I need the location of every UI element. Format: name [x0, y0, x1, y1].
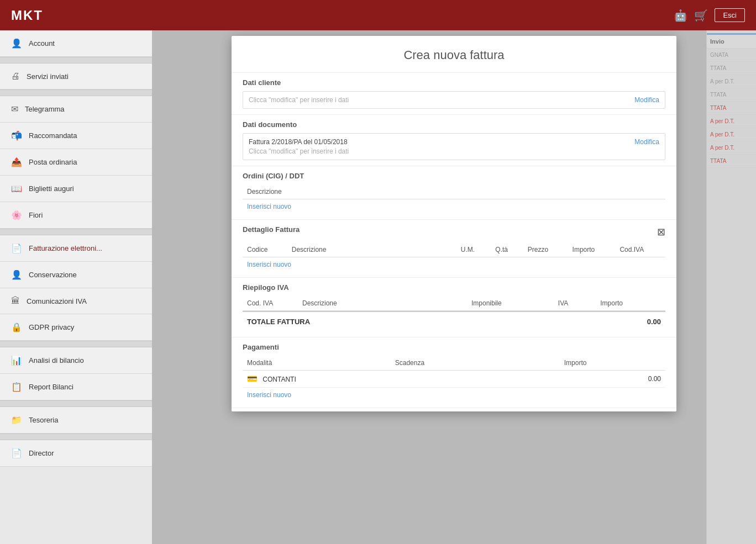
riepilogo-col-importo: Importo: [596, 296, 665, 311]
dettaglio-header-row: Codice Descrizione U.M. Q.tà Prezzo Impo…: [243, 242, 665, 257]
dati-documento-field: Fattura 2/2018/PA del 01/05/2018 Clicca …: [243, 133, 665, 160]
ordini-header-row: Descrizione: [243, 184, 665, 199]
create-invoice-modal: Crea nuova fattura Dati cliente Clicca "…: [232, 36, 676, 411]
pag-modalita-value: CONTANTI: [262, 376, 296, 383]
dati-cliente-section: Dati cliente Clicca "modifica" per inser…: [232, 73, 676, 115]
riepilogo-header-row: Cod. IVA Descrizione Imponibile IVA Impo…: [243, 296, 665, 311]
sidebar-item-fiori[interactable]: 🌸 Fiori: [0, 202, 152, 229]
fatturazione-icon: 📄: [11, 243, 22, 253]
sidebar-divider-5: [0, 400, 152, 407]
sidebar-item-telegramma[interactable]: ✉ Telegramma: [0, 96, 152, 123]
documenti-section: Documenti Allegati Nome del documento In…: [232, 408, 676, 411]
ordini-insert-new[interactable]: Inserisci nuovo: [243, 199, 665, 214]
pag-col-modalita: Modalità: [243, 356, 391, 371]
totale-value: 0.00: [617, 318, 661, 326]
comunicazioni-icon: 🏛: [11, 296, 20, 306]
main-content: Invio GNATA TTATA A per D.T. TTATA TTATA…: [152, 30, 756, 544]
servizi-icon: 🖨: [11, 71, 20, 81]
dettaglio-title: Dettaglio Fattura: [243, 225, 300, 234]
col-codice: Codice: [243, 242, 287, 257]
dati-documento-modifica[interactable]: Modifica: [634, 138, 659, 155]
sidebar-item-raccomandata[interactable]: 📬 Raccomandata: [0, 123, 152, 149]
sidebar-item-label: Director: [29, 449, 54, 457]
sidebar-divider-4: [0, 341, 152, 347]
ordini-section: Ordini (CIG) / DDT Descrizione Inserisci…: [232, 166, 676, 220]
pagamenti-thead: Modalità Scadenza Importo: [243, 356, 665, 371]
cart-icon[interactable]: 🛒: [694, 9, 708, 22]
riepilogo-col-codiva: Cod. IVA: [243, 296, 298, 311]
payment-icon: 💳: [247, 374, 258, 383]
dati-documento-title: Dati documento: [243, 120, 665, 129]
sidebar-item-biglietti-auguri[interactable]: 📖 Biglietti auguri: [0, 176, 152, 202]
sidebar-item-label: Comunicazioni IVA: [27, 297, 87, 305]
sidebar-item-label: Telegramma: [25, 105, 65, 113]
pagamenti-insert-new[interactable]: Inserisci nuovo: [243, 388, 665, 402]
sidebar-item-label: Conservazione: [29, 271, 77, 279]
dati-cliente-modifica[interactable]: Modifica: [634, 96, 659, 104]
dettaglio-insert-new[interactable]: Inserisci nuovo: [243, 257, 665, 272]
pagamenti-table: Modalità Scadenza Importo 💳 CONTANTI: [243, 356, 665, 388]
sidebar-item-gdpr-privacy[interactable]: 🔒 GDPR privacy: [0, 314, 152, 341]
sidebar: 👤 Account 🖨 Servizi inviati ✉ Telegramma…: [0, 30, 152, 544]
conservazione-icon: 👤: [11, 270, 22, 280]
riepilogo-col-imponibile: Imponibile: [467, 296, 554, 311]
export-icon[interactable]: ⊠: [657, 226, 665, 238]
fiori-icon: 🌸: [11, 210, 22, 220]
pagamento-row-0: 💳 CONTANTI 0.00: [243, 371, 665, 388]
riepilogo-section: Riepilogo IVA Cod. IVA Descrizione Impon…: [232, 278, 676, 337]
dati-cliente-title: Dati cliente: [243, 78, 665, 87]
sidebar-item-analisi-di-bilancio[interactable]: 📊 Analisi di bilancio: [0, 347, 152, 374]
chat-icon[interactable]: 🤖: [674, 9, 687, 22]
col-importo: Importo: [568, 242, 616, 257]
sidebar-item-posta-ordinaria[interactable]: 📤 Posta ordinaria: [0, 149, 152, 176]
sidebar-item-account[interactable]: 👤 Account: [0, 30, 152, 57]
totale-label: TOTALE FATTURA: [247, 318, 617, 326]
sidebar-item-comunicazioni-iva[interactable]: 🏛 Comunicazioni IVA: [0, 288, 152, 314]
exit-button[interactable]: Esci: [715, 8, 745, 22]
dati-documento-line1: Fattura 2/2018/PA del 01/05/2018: [249, 138, 349, 146]
sidebar-item-conservazione[interactable]: 👤 Conservazione: [0, 262, 152, 288]
biglietti-icon: 📖: [11, 183, 22, 194]
sidebar-item-tesoreria[interactable]: 📁 Tesoreria: [0, 407, 152, 434]
sidebar-item-label: Biglietti auguri: [29, 184, 74, 193]
totale-row: TOTALE FATTURA 0.00: [243, 311, 665, 331]
analisi-icon: 📊: [11, 355, 22, 366]
pag-col-scadenza: Scadenza: [391, 356, 560, 371]
sidebar-item-label: Tesoreria: [29, 416, 58, 424]
riepilogo-table: Cod. IVA Descrizione Imponibile IVA Impo…: [243, 296, 665, 311]
sidebar-item-label: Servizi inviati: [27, 72, 69, 81]
riepilogo-thead: Cod. IVA Descrizione Imponibile IVA Impo…: [243, 296, 665, 311]
sidebar-item-fatturazione-elettronica[interactable]: 📄 Fatturazione elettroni...: [0, 235, 152, 262]
tesoreria-icon: 📁: [11, 415, 22, 425]
account-icon: 👤: [11, 38, 22, 49]
pagamenti-header-row: Modalità Scadenza Importo: [243, 356, 665, 371]
sidebar-item-label: Posta ordinaria: [29, 158, 77, 166]
dati-cliente-field: Clicca "modifica" per inserire i dati Mo…: [243, 91, 665, 109]
col-prezzo: Prezzo: [523, 242, 568, 257]
ordini-title: Ordini (CIG) / DDT: [243, 172, 665, 180]
gdpr-icon: 🔒: [11, 322, 22, 332]
dati-documento-texts: Fattura 2/2018/PA del 01/05/2018 Clicca …: [249, 138, 349, 155]
pag-col-importo: Importo: [560, 356, 665, 371]
sidebar-divider-3: [0, 229, 152, 235]
sidebar-item-report-bilanci[interactable]: 📋 Report Bilanci: [0, 374, 152, 400]
pagamenti-section: Pagamenti Modalità Scadenza Importo: [232, 337, 676, 408]
posta-icon: 📤: [11, 157, 22, 167]
col-um: U.M.: [456, 242, 491, 257]
dati-cliente-placeholder: Clicca "modifica" per inserire i dati: [249, 96, 349, 104]
sidebar-divider-2: [0, 89, 152, 96]
sidebar-item-label: Report Bilanci: [29, 383, 74, 391]
report-icon: 📋: [11, 382, 22, 392]
dati-documento-line2: Clicca "modifica" per inserire i dati: [249, 147, 349, 155]
ordini-col-descrizione: Descrizione: [243, 184, 665, 199]
ordini-table: Descrizione: [243, 184, 665, 199]
sidebar-item-director[interactable]: 📄 Director: [0, 440, 152, 467]
sidebar-item-servizi-inviati[interactable]: 🖨 Servizi inviati: [0, 64, 152, 89]
sidebar-item-label: Fatturazione elettroni...: [29, 244, 102, 252]
dettaglio-thead: Codice Descrizione U.M. Q.tà Prezzo Impo…: [243, 242, 665, 257]
pagamenti-title: Pagamenti: [243, 343, 665, 351]
ordini-thead: Descrizione: [243, 184, 665, 199]
sidebar-item-label: Raccomandata: [29, 131, 77, 140]
app-logo: MKT: [11, 8, 43, 23]
pag-modalita-cell: 💳 CONTANTI: [243, 371, 391, 388]
